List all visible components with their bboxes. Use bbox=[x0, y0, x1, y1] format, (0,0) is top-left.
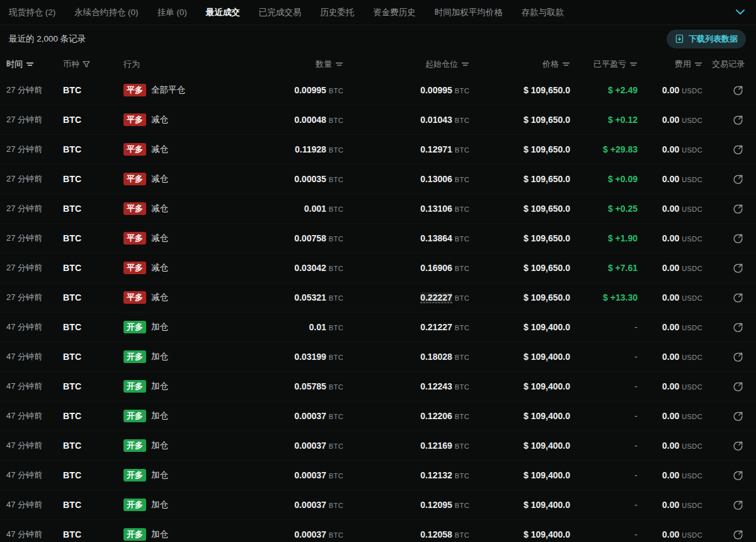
fee-cell: 0.00USDC bbox=[638, 262, 702, 274]
coin-cell[interactable]: BTC bbox=[63, 381, 123, 391]
coin-cell[interactable]: BTC bbox=[63, 411, 123, 421]
download-list-button[interactable]: 下载列表数据 bbox=[667, 30, 746, 49]
start-position-cell: 0.12095BTC bbox=[343, 499, 469, 510]
fee-unit: USDC bbox=[682, 87, 702, 95]
coin-cell[interactable]: BTC bbox=[63, 500, 123, 510]
tab-5[interactable]: 历史委托 bbox=[320, 7, 354, 18]
start-position-cell: 0.12132BTC bbox=[343, 470, 469, 481]
coin-cell[interactable]: BTC bbox=[63, 144, 123, 154]
column-header-4[interactable]: 起始仓位 bbox=[343, 59, 469, 70]
tab-2[interactable]: 挂单 (0) bbox=[158, 7, 187, 18]
column-header-label: 已平盈亏 bbox=[593, 59, 626, 70]
closed-pnl-cell: $ +0.25 bbox=[570, 204, 638, 214]
tab-7[interactable]: 时间加权平均价格 bbox=[435, 7, 503, 18]
external-link-button[interactable] bbox=[731, 410, 745, 423]
external-link-button[interactable] bbox=[731, 380, 745, 393]
direction-badge: 开多 bbox=[123, 528, 146, 541]
coin-cell[interactable]: BTC bbox=[63, 85, 123, 95]
coin-cell[interactable]: BTC bbox=[63, 441, 123, 451]
column-header-7[interactable]: 费用 bbox=[638, 59, 702, 70]
start-position-cell: 0.18028BTC bbox=[343, 351, 469, 362]
external-link-button[interactable] bbox=[731, 173, 745, 186]
fee-unit: USDC bbox=[682, 354, 702, 361]
external-link-button[interactable] bbox=[731, 202, 745, 216]
column-header-5[interactable]: 价格 bbox=[469, 59, 570, 70]
trade-record-cell bbox=[702, 202, 745, 216]
column-header-6[interactable]: 已平盈亏 bbox=[570, 59, 638, 70]
column-header-0[interactable]: 时间 bbox=[6, 59, 63, 70]
time-cell: 47 分钟前 bbox=[6, 499, 63, 510]
action-label: 加仓 bbox=[151, 470, 168, 481]
closed-pnl-cell: $ +7.61 bbox=[570, 263, 638, 273]
external-link-icon bbox=[733, 263, 743, 274]
direction-badge: 开多 bbox=[123, 350, 146, 363]
coin-cell[interactable]: BTC bbox=[63, 263, 123, 273]
tab-3-active[interactable]: 最近成交 bbox=[206, 7, 240, 18]
external-link-button[interactable] bbox=[731, 469, 745, 482]
time-cell: 47 分钟前 bbox=[6, 351, 63, 362]
collapse-panel-button[interactable] bbox=[733, 7, 747, 18]
external-link-button[interactable] bbox=[731, 350, 745, 364]
tab-8[interactable]: 存款与取款 bbox=[522, 7, 564, 18]
coin-cell[interactable]: BTC bbox=[63, 352, 123, 362]
coin-cell[interactable]: BTC bbox=[63, 292, 123, 303]
time-cell: 27 分钟前 bbox=[6, 203, 63, 214]
column-header-3[interactable]: 数量 bbox=[258, 59, 343, 70]
external-link-button[interactable] bbox=[731, 291, 745, 304]
direction-badge: 平多 bbox=[123, 232, 146, 245]
table-toolbar: 最近的 2,000 条记录 下载列表数据 bbox=[0, 25, 756, 52]
column-header-2[interactable]: 行为 bbox=[123, 59, 258, 70]
start-position-cell: 0.22227BTC bbox=[343, 292, 469, 303]
size-cell: 0.03042BTC bbox=[258, 262, 343, 274]
price-cell: $ 109,650.0 bbox=[469, 174, 570, 184]
coin-cell[interactable]: BTC bbox=[63, 204, 123, 214]
coin-cell[interactable]: BTC bbox=[63, 115, 123, 125]
external-link-button[interactable] bbox=[731, 528, 745, 541]
column-header-1[interactable]: 币种 bbox=[63, 59, 123, 70]
coin-cell[interactable]: BTC bbox=[63, 233, 123, 243]
start-unit: BTC bbox=[455, 413, 469, 420]
chevron-down-icon bbox=[736, 9, 745, 15]
fee-cell: 0.00USDC bbox=[638, 144, 702, 155]
tab-4[interactable]: 已完成交易 bbox=[259, 7, 302, 18]
external-link-button[interactable] bbox=[731, 499, 745, 512]
coin-cell[interactable]: BTC bbox=[63, 529, 123, 539]
column-header-label: 时间 bbox=[6, 59, 23, 70]
column-header-label: 交易记录 bbox=[712, 59, 745, 70]
external-link-icon bbox=[733, 85, 743, 96]
external-link-button[interactable] bbox=[731, 143, 745, 156]
column-header-8[interactable]: 交易记录 bbox=[702, 59, 745, 70]
fee-cell: 0.00USDC bbox=[638, 351, 702, 362]
trade-record-cell bbox=[702, 380, 745, 393]
trade-record-cell bbox=[702, 84, 745, 97]
coin-cell[interactable]: BTC bbox=[63, 322, 123, 332]
closed-pnl-cell: $ +0.09 bbox=[570, 174, 638, 184]
external-link-button[interactable] bbox=[731, 262, 745, 275]
fills-table: 27 分钟前 BTC 平多 全部平仓 0.00995BTC 0.00995BTC… bbox=[0, 76, 756, 542]
action-cell: 开多 加仓 bbox=[123, 439, 258, 452]
external-link-icon bbox=[733, 322, 743, 333]
fee-cell: 0.00USDC bbox=[638, 529, 702, 540]
external-link-icon bbox=[733, 441, 743, 451]
external-link-button[interactable] bbox=[731, 439, 745, 453]
action-cell: 平多 减仓 bbox=[123, 113, 258, 126]
external-link-button[interactable] bbox=[731, 321, 745, 334]
external-link-button[interactable] bbox=[731, 113, 745, 127]
coin-cell[interactable]: BTC bbox=[63, 174, 123, 184]
coin-cell[interactable]: BTC bbox=[63, 470, 123, 480]
tab-0[interactable]: 现货持仓 (2) bbox=[9, 7, 55, 18]
closed-pnl-cell: - bbox=[570, 322, 638, 332]
direction-badge: 平多 bbox=[123, 84, 146, 96]
time-cell: 47 分钟前 bbox=[6, 410, 63, 422]
tab-1[interactable]: 永续合约持仓 (0) bbox=[74, 7, 138, 18]
price-cell: $ 109,400.0 bbox=[469, 500, 570, 510]
sort-icon bbox=[26, 61, 34, 67]
size-cell: 0.00037BTC bbox=[258, 499, 343, 510]
external-link-button[interactable] bbox=[731, 84, 745, 97]
external-link-button[interactable] bbox=[731, 232, 745, 245]
size-cell: 0.03199BTC bbox=[258, 351, 343, 362]
size-cell: 0.11928BTC bbox=[258, 144, 343, 155]
external-link-icon bbox=[733, 381, 743, 392]
direction-badge: 平多 bbox=[123, 202, 146, 215]
tab-6[interactable]: 资金费历史 bbox=[373, 7, 416, 18]
